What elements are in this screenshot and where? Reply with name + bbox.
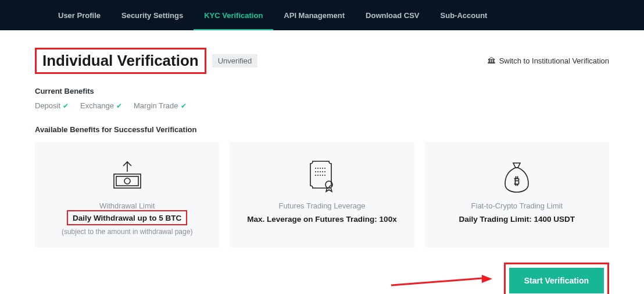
card-subtitle: Fiat-to-Crypto Trading Limit [471,201,563,210]
benefit-label: Deposit [35,101,60,110]
nav-label: KYC Verification [204,11,263,20]
card-subtitle: Withdrawal Limit [99,201,155,210]
certificate-icon [306,156,338,197]
benefit-label: Margin Trade [134,101,178,110]
start-verification-button[interactable]: Start Verification [509,268,604,293]
check-icon: ✔ [116,102,122,110]
annotation-arrow [35,274,504,288]
card-subtitle: Futures Trading Leverage [279,201,366,210]
svg-point-6 [124,178,130,184]
current-benefits-row: Deposit ✔ Exchange ✔ Margin Trade ✔ [35,101,609,110]
switch-verification-label: Switch to Institutional Verification [499,56,609,65]
svg-line-12 [391,278,482,285]
card-main-text: Daily Trading Limit: 1400 USDT [459,215,575,224]
top-nav: User Profile Security Settings KYC Verif… [0,0,644,30]
title-row: Individual Verification Unverified Switc… [35,48,609,74]
nav-user-profile[interactable]: User Profile [48,0,111,30]
cta-label: Start Verification [524,276,589,285]
check-icon: ✔ [181,102,187,110]
nav-label: Security Settings [121,11,183,20]
nav-label: User Profile [58,11,101,20]
svg-marker-13 [482,275,492,283]
benefit-exchange: Exchange ✔ [80,101,122,110]
current-benefits-label: Current Benefits [35,87,609,95]
svg-rect-0 [489,59,489,62]
card-main-text: Max. Leverage on Futures Trading: 100x [247,215,396,224]
institution-icon [487,56,496,66]
page-title: Individual Verification [42,52,199,69]
card-note: (subject to the amount in withdrawal pag… [62,228,192,236]
money-bag-icon: ₿ [500,156,533,197]
nav-kyc-verification[interactable]: KYC Verification [194,0,273,30]
available-benefits-label: Available Benefits for Successful Verifi… [35,125,609,134]
cta-row: Start Verification [35,263,609,294]
svg-text:₿: ₿ [514,175,520,187]
card-withdrawal-limit: Withdrawal Limit Daily Withdrawal up to … [35,142,219,247]
switch-verification-link[interactable]: Switch to Institutional Verification [487,56,609,66]
check-icon: ✔ [63,102,69,110]
annotation-box-withdrawal: Daily Withdrawal up to 5 BTC [67,210,187,225]
card-main-text: Daily Withdrawal up to 5 BTC [73,214,181,222]
card-futures-leverage: Futures Trading Leverage Max. Leverage o… [230,142,414,247]
benefit-deposit: Deposit ✔ [35,101,69,110]
nav-download-csv[interactable]: Download CSV [355,0,430,30]
nav-security-settings[interactable]: Security Settings [111,0,194,30]
benefit-label: Exchange [80,101,114,110]
svg-rect-3 [488,62,495,63]
benefit-cards: Withdrawal Limit Daily Withdrawal up to … [35,142,609,247]
cash-withdraw-icon [109,156,145,197]
nav-label: API Management [284,11,345,20]
status-badge: Unverified [212,54,258,68]
annotation-box-cta: Start Verification [504,263,609,294]
svg-rect-1 [491,59,492,62]
annotation-box-title: Individual Verification [35,48,206,74]
card-fiat-limit: ₿ Fiat-to-Crypto Trading Limit Daily Tra… [425,142,609,247]
page-body: Individual Verification Unverified Switc… [0,30,644,294]
title-left: Individual Verification Unverified [35,48,257,74]
nav-label: Download CSV [366,11,419,20]
svg-rect-2 [493,59,493,62]
nav-api-management[interactable]: API Management [273,0,355,30]
benefit-margin-trade: Margin Trade ✔ [134,101,187,110]
nav-label: Sub-Account [441,11,488,20]
nav-sub-account[interactable]: Sub-Account [430,0,498,30]
